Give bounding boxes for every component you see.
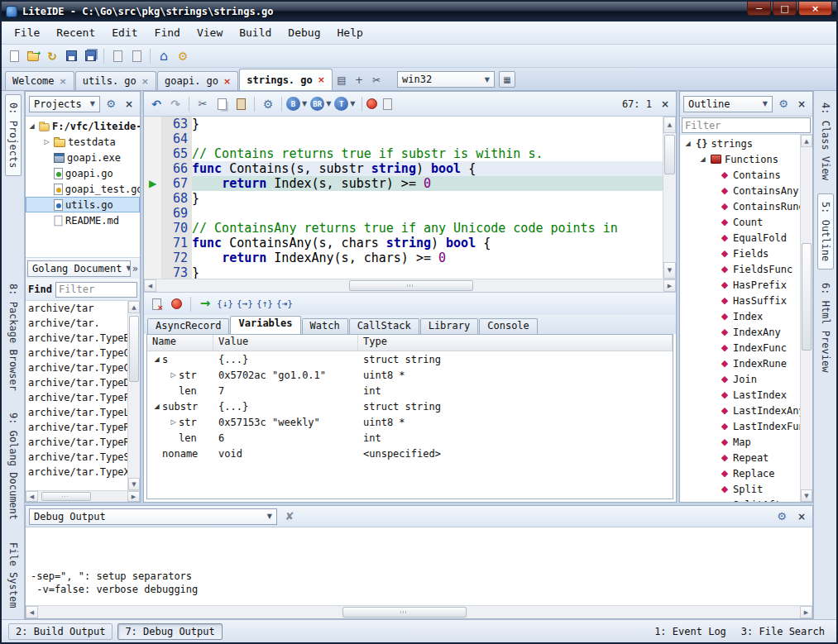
insert-breakpoint-icon[interactable] [167, 295, 185, 313]
close-all-tabs-icon[interactable]: ✂ [368, 72, 385, 88]
tree-item-readme[interactable]: README.md [26, 212, 140, 228]
scrollbar-thumb[interactable] [349, 280, 473, 291]
list-item[interactable]: archive/tar [26, 301, 127, 316]
breakpoint-cell[interactable] [144, 191, 161, 206]
continue-icon[interactable]: → [196, 295, 214, 313]
breakpoint-margin[interactable]: ▶ [144, 117, 162, 279]
menu-item[interactable]: Edit [104, 24, 145, 41]
scroll-left-icon[interactable]: ◀ [26, 491, 38, 502]
outline-function-item[interactable]: ◆ IndexAny [680, 324, 800, 340]
maximize-button[interactable]: □ [773, 2, 797, 16]
code-line[interactable]: return IndexAny(s, chars) >= 0 [192, 250, 663, 265]
scroll-up-icon[interactable]: ▲ [801, 135, 812, 147]
list-item[interactable]: archive/tar.TypeBlock [26, 331, 127, 346]
build-button[interactable]: B [286, 97, 300, 111]
scroll-right-icon[interactable]: ▶ [663, 279, 676, 292]
column-header-type[interactable]: Type [358, 335, 673, 351]
outline-function-item[interactable]: ◆ LastIndexFunc [680, 418, 800, 434]
breakpoint-cell[interactable] [144, 131, 161, 146]
doc-list-vscrollbar[interactable]: ▲ ▼ [127, 301, 140, 490]
outline-function-item[interactable]: ◆ Contains [680, 167, 800, 183]
menu-item[interactable]: View [189, 24, 230, 41]
tab-library[interactable]: Library [420, 318, 479, 334]
expander-icon[interactable]: ◢ [698, 155, 707, 163]
titlebar[interactable]: LiteIDE - C:\Go\src\pkg\strings\strings.… [2, 2, 836, 21]
menu-item[interactable]: Debug [280, 24, 328, 41]
breakpoint-cell[interactable] [144, 206, 161, 221]
close-tab-icon[interactable]: × [318, 74, 325, 85]
close-panel-icon[interactable]: × [794, 509, 809, 524]
sidebar-item-projects[interactable]: 0: Projects [5, 94, 22, 176]
close-tab-icon[interactable]: × [223, 76, 231, 87]
tab-list-icon[interactable]: ▤ [333, 72, 350, 88]
code-area[interactable]: }// Contains returns true if substr is w… [192, 117, 663, 279]
scroll-right-icon[interactable]: ▶ [800, 606, 812, 618]
golang-document-combo[interactable]: Golang Document▼ [27, 260, 131, 277]
scroll-down-icon[interactable]: ▼ [801, 489, 812, 502]
sidebar-item-package-browser[interactable]: 8: Package Browser [5, 275, 22, 399]
code-line[interactable]: // Contains returns true if substr is wi… [192, 146, 663, 161]
menu-item[interactable]: Find [147, 24, 188, 41]
home-icon[interactable]: ⌂ [155, 47, 173, 65]
clear-output-icon[interactable]: ✘ [282, 509, 297, 524]
outline-function-item[interactable]: ◆ HasPrefix [680, 277, 800, 293]
list-item[interactable]: archive/tar.TypeCont [26, 360, 127, 375]
tab-callstack[interactable]: CallStack [349, 318, 419, 334]
scroll-right-icon[interactable]: ▶ [127, 491, 140, 502]
debug-record-icon[interactable] [366, 98, 377, 109]
sidebar-item-html-preview[interactable]: 6: Html Preview [817, 274, 834, 380]
outline-function-item[interactable]: ◆ HasSuffix [680, 293, 800, 308]
scrollbar-thumb[interactable] [342, 607, 467, 618]
expander-icon[interactable]: ◢ [27, 122, 36, 130]
tab-asyncrecord[interactable]: AsyncRecord [147, 318, 229, 334]
menu-item[interactable]: Help [330, 24, 371, 41]
event-log-toggle[interactable]: 1: Event Log [649, 624, 731, 639]
close-panel-icon[interactable]: × [794, 97, 809, 112]
breakpoint-cell[interactable] [144, 161, 161, 176]
outline-function-item[interactable]: ◆ IndexFunc [680, 340, 800, 355]
expander-icon[interactable]: ◢ [151, 355, 162, 363]
close-tab-icon[interactable]: × [60, 76, 67, 87]
gear-icon[interactable]: ⚙ [776, 97, 791, 112]
scrollbar-thumb[interactable] [41, 492, 91, 501]
debug-output-toggle[interactable]: 7: Debug Output [117, 623, 222, 640]
export-icon[interactable] [108, 47, 127, 65]
build-output-toggle[interactable]: 2: Build Output [8, 623, 113, 640]
outline-function-item[interactable]: ◆ ContainsAny [680, 183, 800, 198]
outline-function-item[interactable]: ◆ FieldsFunc [680, 261, 800, 277]
new-tab-icon[interactable]: + [351, 72, 367, 88]
outline-root[interactable]: ◢ {} strings [680, 136, 800, 151]
list-item[interactable]: archive/tar.TypeReg [26, 420, 127, 435]
outline-function-item[interactable]: ◆ LastIndex [680, 387, 800, 403]
outline-vscrollbar[interactable]: ▲ ▼ [800, 135, 812, 502]
sidebar-item-outline[interactable]: 5: Outline [817, 193, 834, 270]
list-item[interactable]: archive/tar.TypeRegA [26, 435, 127, 450]
build-run-button[interactable]: BR [310, 97, 324, 111]
close-panel-icon[interactable]: × [122, 97, 136, 112]
file-search-toggle[interactable]: 3: File Search [736, 624, 830, 639]
table-row[interactable]: ▷str 0x5702ac "go1.0.1" uint8 * [147, 367, 673, 383]
code-line[interactable]: } [192, 265, 663, 279]
outline-function-item[interactable]: ◆ Index [680, 308, 800, 324]
code-line[interactable]: } [192, 191, 663, 206]
outline-function-item[interactable]: ◆ SplitAfter [680, 497, 800, 502]
editor-vscrollbar[interactable]: ▲ ▼ [663, 117, 676, 279]
save-all-icon[interactable] [81, 47, 99, 65]
code-line[interactable]: // ContainsAny returns true if any Unico… [192, 221, 663, 236]
step-over-icon[interactable]: {→} [236, 295, 254, 313]
column-header-value[interactable]: Value [213, 335, 358, 351]
outline-group-functions[interactable]: ◢ Functions [680, 151, 800, 167]
code-line[interactable] [192, 131, 663, 146]
scroll-left-icon[interactable]: ◀ [144, 279, 156, 292]
options-icon[interactable]: ⚙ [174, 47, 192, 65]
table-row[interactable]: len 6 int [147, 430, 673, 446]
sidebar-item-file-system[interactable]: File System [5, 534, 22, 616]
projects-view-combo[interactable]: Projects▼ [29, 96, 100, 112]
chevron-down-icon[interactable]: ▼ [350, 100, 355, 107]
sidebar-item-class-view[interactable]: 4: Class View [817, 94, 834, 188]
tab-watch[interactable]: Watch [302, 318, 348, 334]
tree-item-goapi-go[interactable]: goapi.go [26, 165, 140, 181]
save-file-icon[interactable] [62, 47, 80, 65]
code-line[interactable]: } [192, 117, 663, 131]
chevron-down-icon[interactable]: ▼ [326, 100, 331, 107]
